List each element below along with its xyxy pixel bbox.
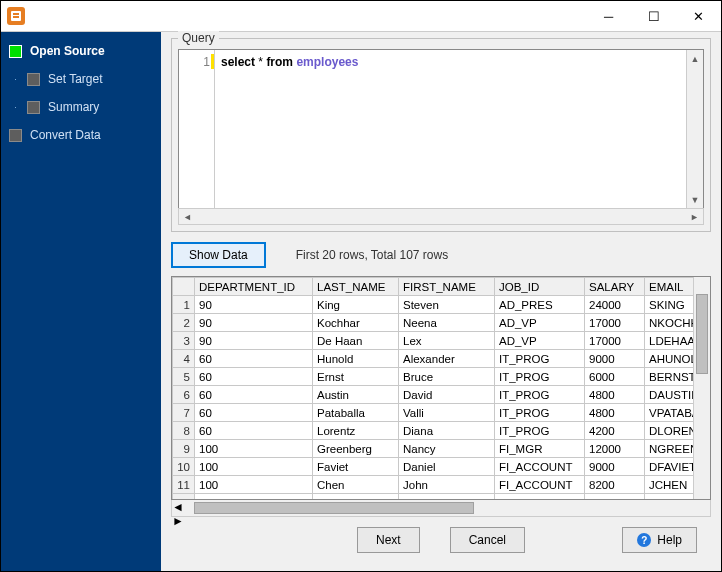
- table-cell[interactable]: Hunold: [313, 350, 399, 368]
- table-cell[interactable]: 12000: [585, 440, 645, 458]
- table-row[interactable]: 11100ChenJohnFI_ACCOUNT8200JCHEN: [173, 476, 694, 494]
- table-cell[interactable]: 9000: [585, 458, 645, 476]
- sql-code-area[interactable]: select * from employees: [215, 50, 686, 208]
- table-cell[interactable]: DAUSTIN: [645, 386, 694, 404]
- table-cell[interactable]: IT_PROG: [495, 368, 585, 386]
- scroll-thumb[interactable]: [696, 294, 708, 374]
- column-header[interactable]: FIRST_NAME: [399, 278, 495, 296]
- table-cell[interactable]: NKOCHH: [645, 314, 694, 332]
- table-cell[interactable]: Greenberg: [313, 440, 399, 458]
- step-set-target[interactable]: Set Target: [15, 72, 153, 86]
- table-cell[interactable]: IT_PROG: [495, 350, 585, 368]
- table-cell[interactable]: 60: [195, 350, 313, 368]
- table-cell[interactable]: BERNST: [645, 368, 694, 386]
- table-cell[interactable]: 100: [195, 494, 313, 500]
- table-cell[interactable]: Alexander: [399, 350, 495, 368]
- table-cell[interactable]: John: [399, 476, 495, 494]
- scroll-up-icon[interactable]: ▲: [687, 50, 703, 67]
- table-cell[interactable]: King: [313, 296, 399, 314]
- table-cell[interactable]: Daniel: [399, 458, 495, 476]
- table-cell[interactable]: Kochhar: [313, 314, 399, 332]
- scroll-thumb[interactable]: [194, 502, 474, 514]
- table-row[interactable]: 10100FavietDanielFI_ACCOUNT9000DFAVIET: [173, 458, 694, 476]
- table-cell[interactable]: 7700: [585, 494, 645, 500]
- table-cell[interactable]: Ernst: [313, 368, 399, 386]
- table-cell[interactable]: 4800: [585, 404, 645, 422]
- table-cell[interactable]: FI_MGR: [495, 440, 585, 458]
- table-cell[interactable]: Valli: [399, 404, 495, 422]
- table-row[interactable]: 860LorentzDianaIT_PROG4200DLORENT: [173, 422, 694, 440]
- table-cell[interactable]: 100: [195, 458, 313, 476]
- table-row[interactable]: 12100SciarraIsmaelFI_ACCOUNT7700ISCIARRA: [173, 494, 694, 500]
- table-cell[interactable]: David: [399, 386, 495, 404]
- table-cell[interactable]: 90: [195, 332, 313, 350]
- table-cell[interactable]: Steven: [399, 296, 495, 314]
- table-cell[interactable]: Nancy: [399, 440, 495, 458]
- table-cell[interactable]: 90: [195, 296, 313, 314]
- table-cell[interactable]: 8200: [585, 476, 645, 494]
- table-cell[interactable]: AD_VP: [495, 314, 585, 332]
- table-cell[interactable]: 4800: [585, 386, 645, 404]
- table-cell[interactable]: AHUNOL: [645, 350, 694, 368]
- table-cell[interactable]: 4200: [585, 422, 645, 440]
- table-row[interactable]: 9100GreenbergNancyFI_MGR12000NGREENE: [173, 440, 694, 458]
- column-header[interactable]: LAST_NAME: [313, 278, 399, 296]
- table-cell[interactable]: 9000: [585, 350, 645, 368]
- table-cell[interactable]: Lex: [399, 332, 495, 350]
- table-cell[interactable]: 6000: [585, 368, 645, 386]
- table-cell[interactable]: 100: [195, 476, 313, 494]
- table-cell[interactable]: SKING: [645, 296, 694, 314]
- table-cell[interactable]: Austin: [313, 386, 399, 404]
- table-cell[interactable]: IT_PROG: [495, 386, 585, 404]
- table-row[interactable]: 760PataballaValliIT_PROG4800VPATABA: [173, 404, 694, 422]
- table-cell[interactable]: Diana: [399, 422, 495, 440]
- table-cell[interactable]: AD_VP: [495, 332, 585, 350]
- table-row[interactable]: 390De HaanLexAD_VP17000LDEHAAN: [173, 332, 694, 350]
- scroll-right-icon[interactable]: ►: [686, 209, 703, 224]
- table-cell[interactable]: AD_PRES: [495, 296, 585, 314]
- table-cell[interactable]: ISCIARRA: [645, 494, 694, 500]
- step-open-source[interactable]: Open Source: [9, 44, 153, 58]
- table-cell[interactable]: 100: [195, 440, 313, 458]
- table-cell[interactable]: FI_ACCOUNT: [495, 476, 585, 494]
- table-cell[interactable]: Neena: [399, 314, 495, 332]
- table-row[interactable]: 290KochharNeenaAD_VP17000NKOCHH: [173, 314, 694, 332]
- column-header[interactable]: EMAIL: [645, 278, 694, 296]
- table-row[interactable]: 190KingStevenAD_PRES24000SKING: [173, 296, 694, 314]
- table-cell[interactable]: 60: [195, 368, 313, 386]
- table-cell[interactable]: NGREENE: [645, 440, 694, 458]
- table-cell[interactable]: DFAVIET: [645, 458, 694, 476]
- table-cell[interactable]: Ismael: [399, 494, 495, 500]
- column-header[interactable]: SALARY: [585, 278, 645, 296]
- table-vertical-scrollbar[interactable]: [693, 277, 710, 499]
- step-convert-data[interactable]: Convert Data: [9, 128, 153, 142]
- table-row[interactable]: 660AustinDavidIT_PROG4800DAUSTIN: [173, 386, 694, 404]
- table-cell[interactable]: Faviet: [313, 458, 399, 476]
- table-cell[interactable]: 60: [195, 404, 313, 422]
- editor-horizontal-scrollbar[interactable]: ◄ ►: [178, 208, 704, 225]
- table-cell[interactable]: Pataballa: [313, 404, 399, 422]
- close-button[interactable]: ✕: [676, 1, 721, 31]
- table-cell[interactable]: IT_PROG: [495, 404, 585, 422]
- table-cell[interactable]: 90: [195, 314, 313, 332]
- table-cell[interactable]: 17000: [585, 332, 645, 350]
- table-horizontal-scrollbar[interactable]: ◄ ►: [171, 500, 711, 517]
- show-data-button[interactable]: Show Data: [171, 242, 266, 268]
- table-cell[interactable]: Lorentz: [313, 422, 399, 440]
- table-cell[interactable]: Bruce: [399, 368, 495, 386]
- scroll-down-icon[interactable]: ▼: [687, 191, 703, 208]
- column-header[interactable]: JOB_ID: [495, 278, 585, 296]
- table-cell[interactable]: 17000: [585, 314, 645, 332]
- table-cell[interactable]: 60: [195, 386, 313, 404]
- table-cell[interactable]: Sciarra: [313, 494, 399, 500]
- cancel-button[interactable]: Cancel: [450, 527, 525, 553]
- help-button[interactable]: ? Help: [622, 527, 697, 553]
- column-header[interactable]: DEPARTMENT_ID: [195, 278, 313, 296]
- step-summary[interactable]: Summary: [15, 100, 153, 114]
- table-cell[interactable]: 24000: [585, 296, 645, 314]
- table-cell[interactable]: 60: [195, 422, 313, 440]
- maximize-button[interactable]: ☐: [631, 1, 676, 31]
- sql-editor[interactable]: 1 select * from employees ▲ ▼: [178, 49, 704, 209]
- table-row[interactable]: 560ErnstBruceIT_PROG6000BERNST: [173, 368, 694, 386]
- next-button[interactable]: Next: [357, 527, 420, 553]
